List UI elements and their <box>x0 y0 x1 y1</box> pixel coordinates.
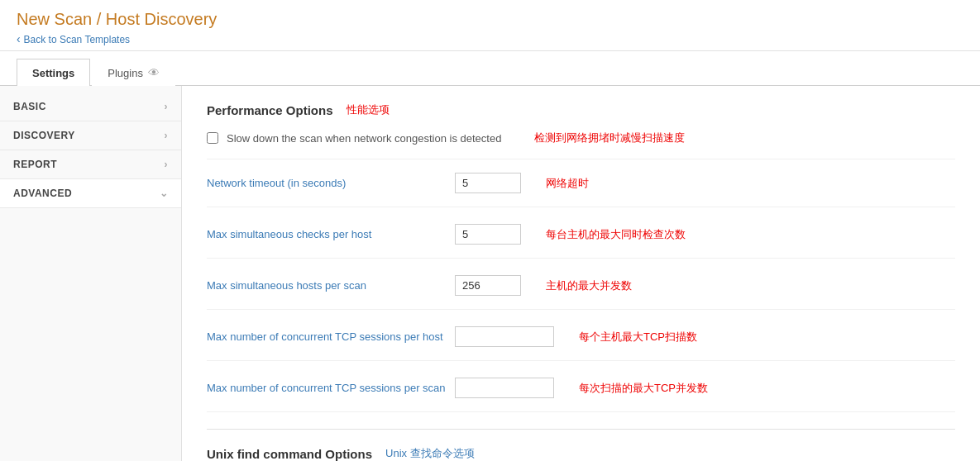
sidebar-item-report-label: REPORT <box>13 159 57 170</box>
chevron-right-icon-3: › <box>165 159 169 170</box>
network-timeout-label: Network timeout (in seconds) <box>207 177 455 189</box>
sidebar-item-advanced[interactable]: ADVANCED ⌄ <box>0 179 181 208</box>
max-checks-input[interactable] <box>455 224 521 245</box>
tabs-bar: Settings Plugins 👁 <box>0 58 980 86</box>
slow-down-checkbox[interactable] <box>207 132 218 144</box>
sidebar-item-discovery[interactable]: DISCOVERY › <box>0 121 181 150</box>
section-divider <box>207 429 955 430</box>
eye-icon: 👁 <box>148 66 160 79</box>
sidebar-item-advanced-label: ADVANCED <box>13 188 72 199</box>
slow-down-row: Slow down the scan when network congesti… <box>207 131 955 159</box>
slow-down-text: Slow down the scan when network congesti… <box>227 132 501 145</box>
network-timeout-row: Network timeout (in seconds) 网络超时 <box>207 173 955 207</box>
network-timeout-cn: 网络超时 <box>546 176 589 191</box>
back-link[interactable]: Back to Scan Templates <box>17 34 130 45</box>
max-hosts-label: Max simultaneous hosts per scan <box>207 279 455 292</box>
sidebar-item-basic[interactable]: BASIC › <box>0 93 181 121</box>
slow-down-label[interactable]: Slow down the scan when network congesti… <box>207 132 501 145</box>
max-tcp-scan-input[interactable] <box>455 378 554 398</box>
max-tcp-host-input[interactable] <box>455 326 554 347</box>
tab-plugins-label: Plugins <box>108 67 143 79</box>
max-tcp-host-cn: 每个主机最大TCP扫描数 <box>579 330 697 345</box>
content-area: Performance Options 性能选项 Slow down the s… <box>182 86 980 461</box>
chevron-down-icon: ⌄ <box>160 188 169 199</box>
slow-down-label-cn: 检测到网络拥堵时减慢扫描速度 <box>534 131 685 145</box>
network-timeout-input[interactable] <box>455 173 521 193</box>
performance-options-title: Performance Options 性能选项 <box>207 102 955 117</box>
unix-section-title: Unix find command Options Unix 查找命令选项 <box>207 446 955 461</box>
max-tcp-host-row: Max number of concurrent TCP sessions pe… <box>207 326 955 361</box>
chevron-right-icon: › <box>165 101 169 112</box>
chevron-right-icon-2: › <box>165 130 169 141</box>
max-hosts-input[interactable] <box>455 275 521 296</box>
unix-title-cn: Unix 查找命令选项 <box>385 446 475 461</box>
performance-options-title-cn: 性能选项 <box>347 102 390 117</box>
max-tcp-scan-label: Max number of concurrent TCP sessions pe… <box>207 382 455 394</box>
max-checks-row: Max simultaneous checks per host 每台主机的最大… <box>207 224 955 259</box>
tab-settings-label: Settings <box>32 67 74 79</box>
performance-options-title-en: Performance Options <box>207 103 333 117</box>
unix-title-en: Unix find command Options <box>207 447 372 461</box>
page-header: New Scan / Host Discovery Back to Scan T… <box>0 0 980 51</box>
sidebar-item-report[interactable]: REPORT › <box>0 150 181 179</box>
max-tcp-scan-row: Max number of concurrent TCP sessions pe… <box>207 378 955 412</box>
max-hosts-row: Max simultaneous hosts per scan 主机的最大并发数 <box>207 275 955 310</box>
page-title: New Scan / Host Discovery <box>17 10 963 29</box>
tab-plugins[interactable]: Plugins 👁 <box>92 59 175 86</box>
max-tcp-host-label: Max number of concurrent TCP sessions pe… <box>207 330 455 343</box>
max-hosts-cn: 主机的最大并发数 <box>546 278 632 293</box>
main-layout: BASIC › DISCOVERY › REPORT › ADVANCED ⌄ … <box>0 86 980 461</box>
sidebar: BASIC › DISCOVERY › REPORT › ADVANCED ⌄ <box>0 86 182 461</box>
tab-settings[interactable]: Settings <box>17 59 90 86</box>
sidebar-item-discovery-label: DISCOVERY <box>13 130 75 141</box>
max-checks-label: Max simultaneous checks per host <box>207 228 455 240</box>
max-tcp-scan-cn: 每次扫描的最大TCP并发数 <box>579 381 708 396</box>
max-checks-cn: 每台主机的最大同时检查次数 <box>546 227 686 242</box>
sidebar-item-basic-label: BASIC <box>13 101 46 112</box>
